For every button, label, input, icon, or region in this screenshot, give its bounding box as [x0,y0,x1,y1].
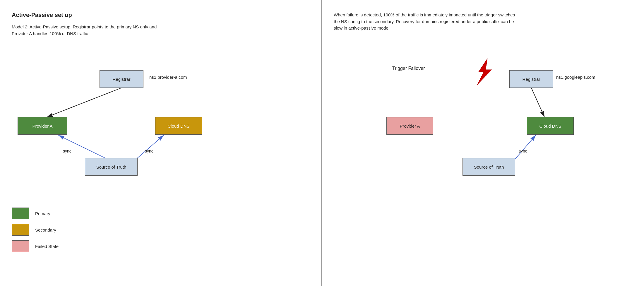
svg-line-4 [137,135,164,158]
sync-label-right: sync [519,149,527,153]
trigger-label: Trigger Failover [392,66,425,71]
legend-primary-label: Primary [35,211,50,216]
legend-failed-label: Failed State [35,244,59,249]
registrar-box-left: Registrar [100,70,143,88]
right-panel-description: When failure is detected, 100% of the tr… [334,12,515,32]
lightning-icon [473,59,496,85]
svg-marker-9 [477,59,492,85]
provider-a-box-right: Provider A [386,117,433,135]
cloud-dns-box-left: Cloud DNS [155,117,202,135]
legend-failed: Failed State [12,240,59,252]
legend-secondary-box [12,224,29,236]
cloud-dns-box-right: Cloud DNS [527,117,574,135]
left-panel-description: Model 2: Active-Passive setup. Registrar… [12,24,164,37]
legend-failed-box [12,240,29,252]
ns-label-right: ns1.googleapis.com [556,75,595,80]
ns-label-left: ns1.provider-a.com [149,75,187,80]
svg-line-2 [47,88,121,117]
legend-primary: Primary [12,208,59,219]
registrar-box-right: Registrar [509,70,553,88]
legend-secondary: Secondary [12,224,59,236]
sync-label-right-left: sync [145,149,153,153]
svg-line-8 [515,135,536,159]
svg-line-7 [531,88,544,117]
sync-label-left: sync [63,149,71,153]
svg-line-3 [59,135,105,158]
provider-a-box-left: Provider A [18,117,67,135]
legend-primary-box [12,208,29,219]
left-panel-title: Active-Passive set up [12,12,310,18]
legend: Primary Secondary Failed State [12,208,59,257]
sot-box-right: Source of Truth [463,158,515,176]
sot-box-left: Source of Truth [85,158,138,176]
legend-secondary-label: Secondary [35,227,56,232]
